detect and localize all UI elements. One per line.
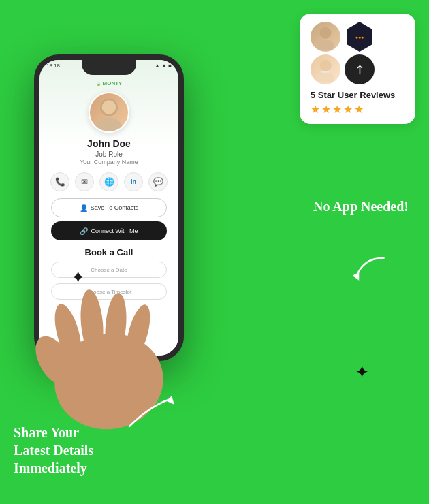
avatar-person-2 [311, 54, 340, 84]
svg-rect-4 [321, 71, 329, 73]
svg-marker-15 [167, 396, 174, 405]
status-time: 18:18 [46, 63, 60, 69]
avatar-arrow: ↗ [345, 54, 375, 84]
phone-icon[interactable]: 📞 [50, 172, 69, 191]
web-icon[interactable]: 🌐 [99, 172, 118, 191]
svg-point-1 [317, 40, 334, 50]
share-arrow [123, 392, 177, 436]
svg-marker-5 [352, 271, 360, 281]
status-bar: 18:18 ▲ ▲ ■ [46, 63, 172, 69]
whatsapp-icon[interactable]: 💬 [148, 172, 168, 191]
profile-company: Your Company Name [80, 159, 138, 166]
sparkle-left: ✦ [72, 269, 84, 287]
avatar-person-1 [311, 22, 340, 52]
share-text: Share YourLatest DetailsImmediately [14, 424, 93, 477]
connect-with-me-button[interactable]: 🔗 Connect With Me [51, 221, 167, 240]
phone-hand-group: 18:18 ▲ ▲ ■ 🍃 MONTY John Doe Job Role Yo… [34, 54, 184, 361]
star-rating: ★★★★★ [311, 103, 404, 116]
avatar-row-top: ●●● [311, 22, 404, 52]
svg-point-8 [102, 100, 116, 114]
review-avatars: ●●● ↗ [311, 22, 404, 84]
review-card: ●●● ↗ 5 Star User Reviews ★★★★★ [300, 14, 415, 124]
no-app-text: No App Needed! [313, 198, 409, 215]
email-icon[interactable]: ✉ [75, 172, 94, 191]
status-icons: ▲ ▲ ■ [155, 63, 172, 69]
linkedin-icon[interactable]: in [124, 172, 143, 191]
save-contacts-button[interactable]: 👤 Save To Contacts [51, 198, 167, 217]
profile-name: John Doe [87, 138, 131, 149]
social-icons-row: 📞 ✉ 🌐 in 💬 [50, 172, 168, 191]
sparkle-right: ✦ [355, 364, 368, 381]
phone-logo: 🍃 MONTY [96, 80, 123, 86]
profile-avatar [89, 92, 129, 133]
svg-point-0 [319, 27, 331, 39]
svg-point-3 [317, 72, 334, 82]
svg-point-2 [319, 60, 331, 72]
svg-point-7 [96, 117, 121, 131]
review-title: 5 Star User Reviews [311, 90, 404, 100]
avatar-hex: ●●● [345, 22, 375, 52]
no-app-arrow [345, 249, 391, 292]
profile-role: Job Role [95, 151, 122, 158]
avatar-row-bottom: ↗ [311, 54, 404, 84]
